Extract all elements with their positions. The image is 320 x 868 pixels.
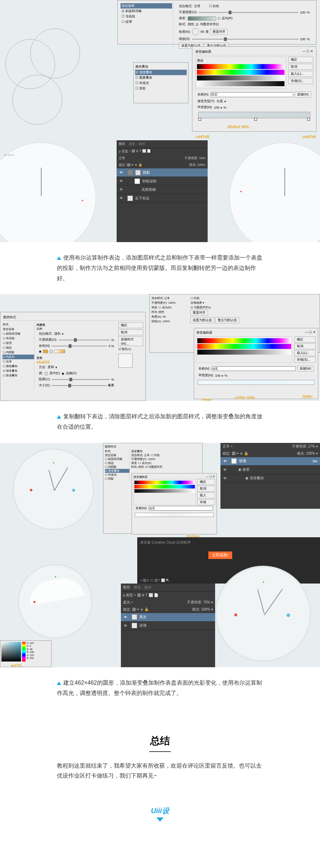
gradient-editor-2: 渐变编辑器— ☐ ✕ 确定取消载入(L)...存储(S)... 名称(N): 新… [194,328,318,399]
section1-image: 65806e 混合选项 ☑ 斜面和浮雕 ☐ 等高线 ☐ 纹理 混合模式:正常 ☐… [0,0,320,242]
watch-face-right [229,142,320,242]
layers-panel: 图层 通道 路径 ρ 类型 ÷ 🖼 ⊘ T ⬜ 📄 正常 不透明度: 16% 锁… [117,140,208,242]
text-block-2: 复制翻转下表边，清除图层样式之后添加新的图层样式，调整渐变叠加的角度放在合适的位… [0,401,320,443]
style-list-panel: 颜色叠加 ☑ 渐变叠加 ☐ 图案叠加 ☐ 外发光 ☐ 投影 [133,62,188,103]
color-label-cdd7d9-r: cdd7d9 [302,135,316,139]
ok-button[interactable]: 确定 [288,57,313,63]
section2-image: 图层样式 样式 混合选项 ☐ 斜面和浮雕 ☐ 等高线 ☐ 纹理 ☐ 描边 ☐ 内… [0,294,320,401]
watch-bottom-right [215,566,311,662]
summary-title: 总结 [0,727,320,751]
triangle-marker [57,415,61,419]
layer-highlight[interactable]: 👁 高光 [121,613,215,622]
watch-bottom-left [18,564,92,639]
layer-smart[interactable]: 👁 智能滤镜 [117,177,208,185]
gradient-editor-title: 渐变编辑器 [195,49,211,54]
layer-style-panel-top: 混合选项 ☑ 斜面和浮雕 ☐ 等高线 ☐ 纹理 混合模式:正常 ☐ 仿色 不透明… [117,0,316,45]
footer: Uiii设 [0,792,320,866]
color-label-d5dfe3: d5dfe3 50% [228,125,249,129]
summary-underline [149,751,171,752]
circle-sketch [5,18,76,89]
layer-shadow[interactable]: 👁 阴影 [117,168,208,177]
layer-glass-2[interactable]: 👁 玻璃 [121,622,215,630]
watch-face-left: 85 BPM [0,142,96,242]
text-block-3: 建立462×462的圆形，添加渐变叠加制作表盘表面的光影变化，使用布尔运算制作高… [0,667,320,709]
layer-effects[interactable]: 👁◉ 效果 [220,466,320,474]
layer-gauss[interactable]: 👁高斯模糊 [117,185,208,194]
load-button[interactable]: 载入(L)... [288,71,313,77]
window-controls[interactable]: — ☐ ✕ [303,49,313,54]
watch-top-left [12,448,94,530]
gradient-name-input[interactable] [210,92,293,97]
summary-section: 总结 教程到这里就结束了，我希望大家有所收获，欢迎在评论区里留言反馈。也可以去优… [0,709,320,792]
triangle-marker [57,256,61,260]
layer-glass[interactable]: 👁 玻璃 fx ▾ [220,457,320,466]
layer-style-panel-2: 图层样式 样式 混合选项 ☐ 斜面和浮雕 ☐ 等高线 ☐ 纹理 ☐ 描边 ☐ 内… [0,312,146,401]
layers-panel-3a: 正常 ÷ 不透明度: 17% ▾ 锁定: 🖼 ✏ ⊕ 🔒 填充: 100% ▾ … [220,443,320,509]
gradient-editor-3: 渐变编辑器— ☐ ✕ 确定取消载入存储 名称(N): [132,473,217,534]
triangle-marker [57,681,61,685]
install-now-button[interactable]: 立即获取! [208,551,232,559]
cancel-button[interactable]: 取消 [288,64,313,70]
section3-image: 图层样式 样式混合选项☐ 斜面和浮雕☐ 描边☐ 内阴影 ☑ 渐变叠加☐ 外发光☐… [0,443,320,667]
layers-tab[interactable]: 图层 [119,142,125,146]
down-triangle-icon [156,817,164,822]
footer-logo: Uiii设 [0,806,320,816]
save-button[interactable]: 存储(S)... [288,78,313,84]
color-picker: H: 197S: 5B: 98 R: 238G: 247B: 252 [0,640,52,667]
layer-left-edge[interactable]: 👁 左下表边 [117,194,208,203]
paths-tab[interactable]: 路径 [139,142,145,146]
layers-panel-3b: 图层 通道 路径 ρ 类型 ÷ 🖼 ⊘ T ⬜ 📄 柔光 ÷ 不透明度: 70%… [121,584,215,667]
color-label-cdd7d9-l: cdd7d9 [196,135,209,139]
text-block-1: 使用布尔运算制作表边，添加图层样式之后和制作下表带一样需要添加一个表盘的投影，制… [0,242,320,294]
gradient-editor-panel: 渐变编辑器 — ☐ ✕ 预设 确定 取消 载入(L)... 存储(S)... 名… [192,46,316,132]
layer-grad-overlay[interactable]: 👁◉ 渐变叠加 [220,474,320,483]
channels-tab[interactable]: 通道 [129,142,135,146]
